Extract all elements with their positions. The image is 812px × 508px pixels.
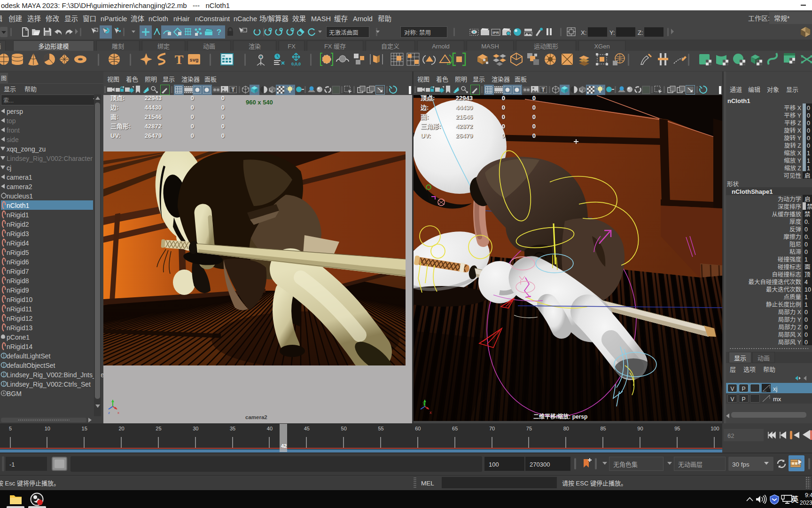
svg-text:T: T [541,87,545,93]
svg-text:x: x [429,409,432,415]
svg-text:T: T [231,87,235,93]
svg-text:y: y [423,400,425,406]
svg-text:x: x [117,410,119,415]
svg-text:svg: svg [190,57,199,63]
svg-text:?: ? [217,28,221,37]
svg-text:z: z [108,410,110,415]
svg-text:IPR: IPR [492,31,499,35]
svg-text:0,0,0: 0,0,0 [291,62,301,66]
svg-text:T: T [175,52,184,66]
